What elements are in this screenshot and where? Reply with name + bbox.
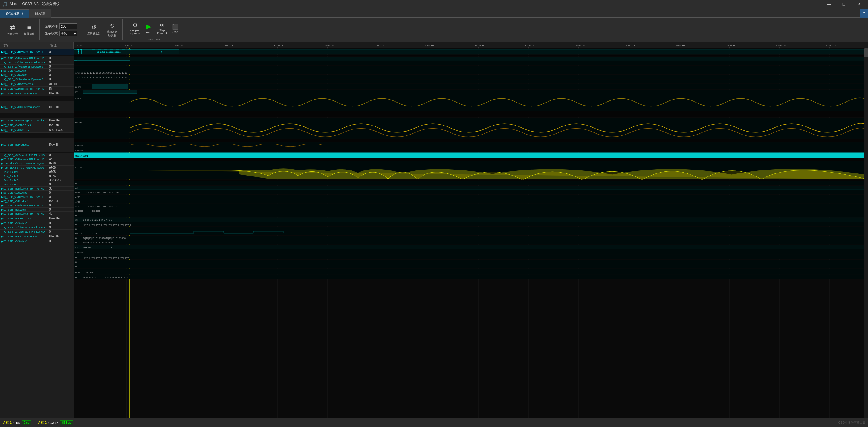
reset-trigger-button[interactable]: ↻ 重新装备触发器 bbox=[104, 21, 120, 39]
svg-text:0: 0 bbox=[75, 228, 76, 230]
signal-row[interactable]: ▶IQ_SSB_v3/CIC Interpolation2 ffff+ ffff… bbox=[0, 101, 73, 113]
stop-icon: ⬛ bbox=[172, 23, 179, 30]
svg-text:1200 us: 1200 us bbox=[274, 44, 284, 47]
signal-row[interactable]: IQ_SSB_v3/Discrete FIR Filter HD 0 bbox=[0, 60, 73, 65]
signal-row[interactable]: IQ_SSB_v3/Discrete FIR Filter HD 0 bbox=[0, 230, 73, 234]
svg-rect-62 bbox=[74, 75, 868, 79]
signal-value-cell: 0 bbox=[48, 221, 73, 225]
signal-row[interactable]: Test_1kHz:1 e708 bbox=[0, 170, 73, 174]
signal-row[interactable]: ▶IQ_SSB_v3/Switch3 0 bbox=[0, 221, 73, 225]
signal-row[interactable]: ▶IQ_SSB_v3/CRY DLY3 fffe+ fffei bbox=[0, 123, 73, 127]
svg-text:900 us: 900 us bbox=[225, 44, 233, 47]
signal-row[interactable]: Test_1kHz:3 3333333 bbox=[0, 178, 73, 182]
signal-row[interactable]: Test_1kHz:2 8276 bbox=[0, 174, 73, 178]
vertical-scrollbar[interactable] bbox=[864, 49, 868, 418]
signal-row[interactable]: ▶Test_1kHz/Single Port RAM Syst€ e708 bbox=[0, 166, 73, 170]
signal-row[interactable]: ▶IQ_SSB_v3/Discrete FIR Filter HD ffff bbox=[0, 87, 73, 91]
svg-text:10|10|10|10|10|10|10|10|10|10|: 10|10|10|10|10|10|10|10|10|10|10|10|10|1… bbox=[83, 237, 126, 240]
apply-trigger-button[interactable]: ↺ 应用触发器 bbox=[85, 21, 103, 39]
set-condition-label: 设置条件 bbox=[24, 32, 35, 36]
signal-row[interactable]: ▶IQ_SSB_v3/Switch1 0 bbox=[0, 73, 73, 77]
signal-panel: 信号 管理 ▶IQ_SSB_v3/Discrete FIR Filter HD … bbox=[0, 42, 74, 418]
link-signal-button[interactable]: ⇄ 关联信号 bbox=[5, 21, 20, 39]
signal-row[interactable]: ▶IQ_SSB_v3/Switch 0 bbox=[0, 208, 73, 212]
signal-row[interactable]: ▶IQ_SSB_v3/CRY DLY3 fffe+ fffei bbox=[0, 216, 73, 221]
svg-rect-98 bbox=[74, 200, 868, 204]
signal-row[interactable]: ▶IQ_SSB_v3/Discrete FIR Filter HD 3d bbox=[0, 187, 73, 191]
svg-text:3300 us: 3300 us bbox=[625, 44, 635, 47]
svg-text:0: 0 bbox=[78, 51, 79, 54]
tab-bar: 逻辑分析仪 触发器 ? bbox=[0, 8, 868, 18]
signal-row[interactable]: ▶IQ_SSB_v3/Data Type Conversior fffe+ ff… bbox=[0, 118, 73, 123]
stepping-options-button[interactable]: ⚙ SteppingOptions bbox=[127, 20, 143, 37]
signal-name-cell: ▶IQ_SSB_v3/Switch bbox=[0, 69, 48, 72]
display-mode-select[interactable]: 单次 bbox=[60, 30, 78, 36]
signal-row[interactable]: ▶IQ_SSB_v3/Discrete FIR Filter HD 4d bbox=[0, 212, 73, 216]
signal-row[interactable]: Test_1kHz:4 0 bbox=[0, 182, 73, 187]
signal-row[interactable]: ▶IQ_SSB_v3/Discrete FIR Filter HD 0 bbox=[0, 56, 73, 60]
signal-row[interactable]: ▶IQ_SSB_v3/Switch 0 bbox=[0, 69, 73, 73]
signal-row[interactable]: ▶IQ_SSB_v3/Product1 fffd+ 2i bbox=[0, 138, 73, 152]
status-bar: 游标 1 0 us 0 us 游标 2 653 us 653 us CSDN @… bbox=[0, 418, 868, 427]
signal-row[interactable]: IQ_SSB_v3/Relational Operator2 0 bbox=[0, 65, 73, 69]
set-condition-button[interactable]: ≡ 设置条件 bbox=[22, 21, 37, 39]
signal-row[interactable]: ▶IQ_SSB_v3/Downsample3 0+ ffffi bbox=[0, 81, 73, 87]
svg-rect-136 bbox=[74, 264, 868, 268]
svg-text:2700 us: 2700 us bbox=[525, 44, 535, 47]
svg-rect-108 bbox=[74, 217, 868, 221]
signal-row[interactable]: ▶IQ_SSB_v3/CIC Interpolation1 ffff+ ffff… bbox=[0, 234, 73, 239]
run-button[interactable]: ▶ Run bbox=[143, 20, 155, 37]
close-button[interactable]: ✕ bbox=[852, 0, 866, 8]
scrollbar-thumb[interactable] bbox=[864, 49, 868, 57]
signal-row[interactable]: ▶IQ_SSB_v3/Product1 fffd+ 2i bbox=[0, 199, 73, 203]
svg-text:8276: 8276 bbox=[75, 206, 80, 208]
svg-text:0: 0 bbox=[75, 224, 76, 226]
signal-row[interactable]: ▶Test_1kHz/Single Port RAM Syste 8276 bbox=[0, 161, 73, 166]
watermark: CSDN @伊丽莎白数 bbox=[838, 421, 866, 425]
signal-row[interactable]: IQ_SSB_v3/Discrete FIR Filter HD 0 bbox=[0, 153, 73, 157]
signal-name-cell: IQ_SSB_v3/Discrete FIR Filter HD bbox=[0, 154, 48, 157]
signal-name-cell: IQ_SSB_v3/Discrete FIR Filter HD bbox=[0, 226, 48, 229]
step-forward-button[interactable]: ⏭ StepForward bbox=[155, 20, 169, 37]
stop-button[interactable]: ⬛ Stop bbox=[169, 20, 181, 37]
signal-row[interactable]: ▶IQ_SSB_v3/Switch3 0 bbox=[0, 191, 73, 195]
signal-value-cell: 0 bbox=[48, 78, 73, 81]
waveform-panel[interactable]: 0 us 300 us 600 us 900 us 1200 us 1500 u… bbox=[74, 42, 868, 418]
display-sample-input[interactable] bbox=[60, 23, 78, 29]
signal-col-header: 信号 bbox=[0, 42, 48, 49]
svg-rect-141 bbox=[74, 275, 868, 279]
maximize-button[interactable]: □ bbox=[837, 0, 851, 8]
signal-value-cell: 0+ ffffi bbox=[48, 82, 73, 86]
signal-value-cell: 0 bbox=[48, 240, 73, 243]
svg-text:0: 0 bbox=[75, 261, 76, 263]
signal-value-cell: 8276 bbox=[48, 162, 73, 165]
signal-row[interactable]: ▶IQ_SSB_v3/Discrete FIR Filter HD 0 bbox=[0, 203, 73, 208]
signal-name-cell: ▶IQ_SSB_v3/CIC Interpolation1 bbox=[0, 235, 48, 238]
svg-text:fffe+ fffei: fffe+ fffei bbox=[75, 150, 83, 152]
signal-value-cell: e708 bbox=[48, 166, 73, 169]
help-button[interactable]: ? bbox=[860, 9, 868, 18]
signal-row[interactable]: ▶IQ_SSB_v3/CRY DLY1 8001+ 8001i bbox=[0, 127, 73, 133]
signal-row[interactable]: IQ_SSB_v3/Relational Operator3 0 bbox=[0, 77, 73, 81]
signal-row[interactable]: ▶IQ_SSB_v3/Discrete FIR Filter HD 0 bbox=[0, 195, 73, 199]
signal-value-cell: 0 bbox=[48, 50, 73, 54]
tab-logic-analyzer[interactable]: 逻辑分析仪 bbox=[0, 9, 29, 18]
svg-rect-64 bbox=[74, 79, 868, 84]
signal-row[interactable]: ▶IQ_SSB_v3/Switch1 0 bbox=[0, 239, 73, 243]
tab-trigger[interactable]: 触发器 bbox=[29, 9, 52, 18]
svg-rect-111 bbox=[74, 222, 868, 226]
svg-text:0 0 0 0 0 0 0 0 0 0 0 0: 0 0 0 0 0 0 0 0 0 0 0 0 bbox=[97, 51, 121, 54]
svg-rect-59 bbox=[74, 66, 868, 70]
signal-row[interactable]: IQ_SSB_v3/Discrete FIR Filter HD 0 bbox=[0, 225, 73, 230]
minimize-button[interactable]: — bbox=[822, 0, 836, 8]
signal-row[interactable]: ▶IQ_SSB_v3/Discrete FIR Filter HD 4d bbox=[0, 157, 73, 161]
signal-row[interactable]: ▶IQ_SSB_v3/CIC Interpolation1 ffff+ ffff… bbox=[0, 91, 73, 96]
trigger-group: ↺ 应用触发器 ↻ 重新装备触发器 bbox=[83, 20, 123, 40]
signal-name-cell: ▶IQ_SSB_v3/Discrete FIR Filter HD bbox=[0, 51, 48, 54]
signal-value-cell: fffd+ 2i bbox=[48, 200, 73, 203]
signal-name-cell: ▶IQ_SSB_v3/Downsample3 bbox=[0, 83, 48, 86]
svg-text:8001+ 8001i: 8001+ 8001i bbox=[75, 155, 89, 157]
signal-value-cell: fffe+ fffei bbox=[48, 119, 73, 122]
signal-spacer bbox=[0, 96, 73, 101]
signal-row[interactable]: ▶IQ_SSB_v3/Discrete FIR Filter HD 0 bbox=[0, 49, 73, 55]
